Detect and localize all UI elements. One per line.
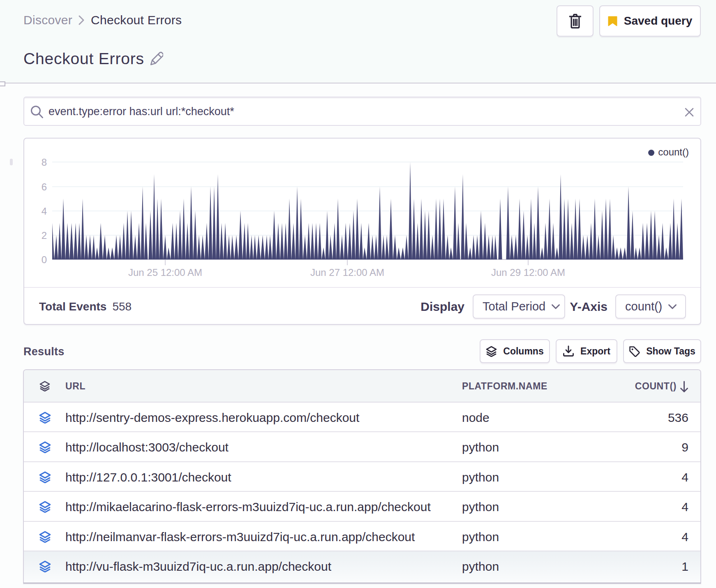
svg-text:2: 2	[42, 230, 47, 241]
svg-text:Jun 27 12:00 AM: Jun 27 12:00 AM	[310, 267, 384, 276]
svg-text:6: 6	[42, 181, 47, 192]
svg-text:0: 0	[42, 254, 47, 265]
svg-text:8: 8	[42, 157, 47, 168]
svg-text:Jun 25 12:00 AM: Jun 25 12:00 AM	[128, 267, 202, 276]
svg-text:4: 4	[42, 206, 47, 217]
svg-text:Jun 29 12:00 AM: Jun 29 12:00 AM	[491, 267, 565, 276]
